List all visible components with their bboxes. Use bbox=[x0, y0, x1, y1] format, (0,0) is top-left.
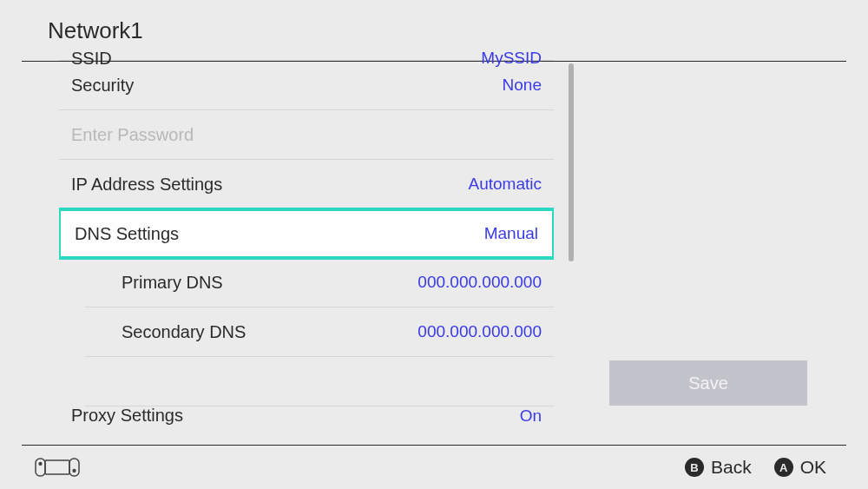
row-primary-dns[interactable]: Primary DNS 000.000.000.000 bbox=[85, 258, 554, 307]
b-button-icon: B bbox=[685, 458, 704, 477]
row-dns-settings[interactable]: DNS Settings Manual bbox=[59, 208, 554, 260]
scrollbar[interactable] bbox=[569, 63, 574, 261]
a-button-icon: A bbox=[774, 458, 793, 477]
back-action[interactable]: B Back bbox=[685, 457, 752, 478]
svg-rect-1 bbox=[69, 459, 79, 476]
ssid-label: SSID bbox=[71, 49, 112, 69]
primary-dns-value: 000.000.000.000 bbox=[418, 273, 542, 292]
controller-icon bbox=[35, 458, 80, 477]
svg-point-3 bbox=[39, 463, 42, 466]
svg-rect-2 bbox=[45, 460, 69, 474]
save-button[interactable]: Save bbox=[609, 360, 807, 406]
security-value: None bbox=[503, 76, 542, 95]
proxy-label: Proxy Settings bbox=[71, 406, 183, 426]
proxy-value: On bbox=[520, 406, 542, 426]
row-ssid[interactable]: SSID MySSID bbox=[59, 49, 554, 61]
row-ip-address-settings[interactable]: IP Address Settings Automatic bbox=[59, 160, 554, 209]
dns-label: DNS Settings bbox=[75, 224, 179, 244]
password-placeholder: Enter Password bbox=[71, 125, 194, 145]
ssid-value: MySSID bbox=[481, 49, 542, 68]
ok-label: OK bbox=[800, 457, 826, 478]
row-proxy-settings[interactable]: Proxy Settings On bbox=[59, 406, 554, 426]
secondary-dns-label: Secondary DNS bbox=[122, 322, 246, 342]
row-secondary-dns[interactable]: Secondary DNS 000.000.000.000 bbox=[85, 307, 554, 357]
footer-actions: B Back A OK bbox=[685, 457, 826, 478]
secondary-dns-value: 000.000.000.000 bbox=[418, 322, 542, 341]
page-title: Network1 bbox=[48, 17, 143, 44]
ip-label: IP Address Settings bbox=[71, 175, 222, 195]
dns-value: Manual bbox=[484, 224, 538, 243]
ok-action[interactable]: A OK bbox=[774, 457, 826, 478]
row-password[interactable]: Enter Password bbox=[59, 110, 554, 160]
svg-rect-0 bbox=[36, 459, 45, 476]
save-label: Save bbox=[688, 373, 728, 393]
primary-dns-label: Primary DNS bbox=[122, 273, 223, 293]
security-label: Security bbox=[71, 76, 134, 96]
settings-list: SSID MySSID Security None Enter Password… bbox=[59, 49, 554, 426]
back-label: Back bbox=[711, 457, 752, 478]
scrollbar-thumb[interactable] bbox=[569, 63, 574, 261]
svg-point-4 bbox=[73, 470, 76, 472]
row-security[interactable]: Security None bbox=[59, 61, 554, 110]
ip-value: Automatic bbox=[469, 175, 542, 194]
footer: B Back A OK bbox=[0, 446, 868, 489]
divider-row bbox=[85, 357, 554, 406]
